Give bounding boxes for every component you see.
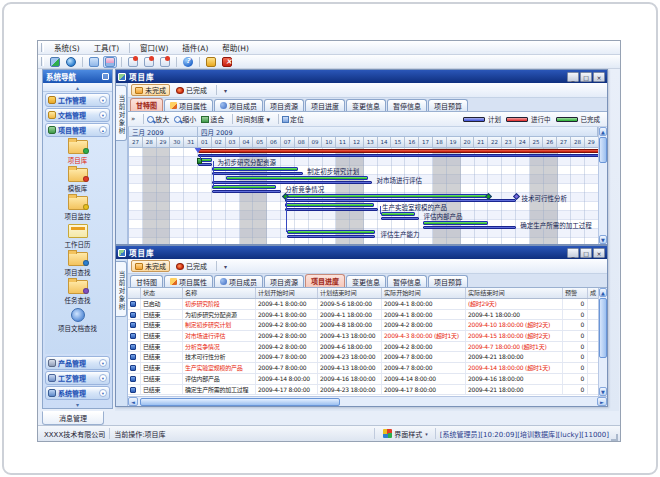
close-button[interactable]: × bbox=[593, 72, 605, 82]
group-chevron-icon[interactable]: ▾ bbox=[99, 111, 107, 119]
sidebar-item-模板库[interactable]: 模板库 bbox=[68, 168, 88, 193]
help-button[interactable] bbox=[181, 56, 195, 68]
scroll-thumb[interactable] bbox=[599, 137, 607, 163]
gantt-vscrollbar[interactable]: ▲▼ bbox=[598, 127, 607, 244]
table-row[interactable]: 已结束评估内部产品2009-4-14 8:00:002009-4-16 18:0… bbox=[128, 374, 598, 385]
group-chevron-icon[interactable]: ▾ bbox=[99, 96, 107, 104]
pin-icon[interactable] bbox=[102, 73, 109, 80]
mail-send-button[interactable] bbox=[158, 56, 172, 68]
tab-项目属性[interactable]: 项目属性 bbox=[164, 275, 213, 287]
lock-button[interactable] bbox=[204, 56, 218, 68]
time-scale-button[interactable]: 时间刻度 ▾ bbox=[236, 114, 270, 124]
sidebar-group-工作管理[interactable]: 工作管理▾ bbox=[45, 93, 110, 107]
sidebar-item-项目文档查找[interactable]: 项目文档查找 bbox=[58, 308, 97, 333]
sidebar-group-工艺管理[interactable]: 工艺管理▾ bbox=[45, 371, 110, 385]
maximize-button[interactable]: □ bbox=[580, 72, 592, 82]
toolbar-overflow-button[interactable]: » bbox=[131, 115, 135, 123]
tab-暂停信息[interactable]: 暂停信息 bbox=[387, 275, 427, 287]
filter-已完成[interactable]: 已完成 bbox=[172, 84, 211, 96]
group-chevron-icon[interactable]: ▾ bbox=[99, 389, 107, 397]
table-row[interactable]: 已结束制定初步研究计划2009-4-2 8:00:002009-4-8 18:0… bbox=[128, 320, 598, 331]
table-row[interactable]: 已结束技术可行性分析2009-4-7 8:00:002009-4-23 18:0… bbox=[128, 352, 598, 363]
menu-item-4[interactable]: 帮助(H) bbox=[215, 41, 256, 54]
scroll-left-icon[interactable]: ◄ bbox=[128, 397, 138, 406]
current-object-tree-tab[interactable]: 当前对象树 bbox=[116, 85, 127, 141]
menu-item-2[interactable]: 窗口(W) bbox=[133, 41, 175, 54]
sidebar-group-产品管理[interactable]: 产品管理▾ bbox=[45, 356, 110, 370]
scroll-down-icon[interactable]: ▼ bbox=[599, 387, 607, 396]
column-header-计划结束时间[interactable]: 计划结束时间 bbox=[318, 288, 382, 298]
menu-item-3[interactable]: 插件(A) bbox=[175, 41, 215, 54]
column-header-计划开始时间[interactable]: 计划开始时间 bbox=[256, 288, 318, 298]
scroll-thumb[interactable] bbox=[140, 398, 340, 406]
folder-open-button[interactable] bbox=[87, 56, 101, 68]
sidebar-item-项目查找[interactable]: 项目查找 bbox=[65, 252, 91, 277]
message-management-tab[interactable]: 消息管理 bbox=[42, 411, 104, 425]
column-header-预警[interactable]: 预警 bbox=[563, 288, 588, 298]
column-header-icon[interactable] bbox=[128, 288, 141, 298]
tab-变更信息[interactable]: 变更信息 bbox=[346, 99, 386, 111]
locate-button[interactable]: 定位 bbox=[282, 114, 304, 124]
tab-甘特图[interactable]: 甘特图 bbox=[130, 98, 163, 111]
style-dropdown-arrow[interactable]: ▾ bbox=[425, 431, 428, 437]
close-button[interactable]: × bbox=[593, 248, 605, 258]
exit-button[interactable] bbox=[220, 56, 234, 68]
table-row[interactable]: 已结束为初步研究分配资源2009-4-1 8:00:002009-4-1 18:… bbox=[128, 310, 598, 321]
mail-receive-button[interactable] bbox=[142, 56, 156, 68]
column-header-状态[interactable]: 状态 bbox=[141, 288, 183, 298]
group-chevron-icon[interactable]: ▾ bbox=[99, 359, 107, 367]
sidebar-item-项目库[interactable]: 项目库 bbox=[68, 140, 88, 165]
sidebar-group-系统管理[interactable]: 系统管理▾ bbox=[45, 386, 110, 400]
group-chevron-icon[interactable]: ▴ bbox=[99, 126, 107, 134]
current-object-tree-tab[interactable]: 当前对象树 bbox=[116, 261, 127, 317]
scroll-thumb[interactable] bbox=[599, 298, 607, 358]
tab-项目预算[interactable]: 项目预算 bbox=[428, 99, 468, 111]
zoom-out-button[interactable]: 缩小 bbox=[174, 114, 196, 124]
minimize-button[interactable]: _ bbox=[567, 248, 579, 258]
scroll-up-icon[interactable]: ▲ bbox=[599, 127, 607, 136]
table-row[interactable]: 已结束分析竞争情况2009-4-2 8:00:002009-4-6 18:00:… bbox=[128, 342, 598, 353]
sidebar-collapse-button[interactable]: ▴ bbox=[43, 83, 112, 92]
tab-项目预算[interactable]: 项目预算 bbox=[428, 275, 468, 287]
menu-item-1[interactable]: 工具(T) bbox=[87, 41, 126, 54]
folder-project-button[interactable] bbox=[103, 56, 117, 68]
fit-button[interactable]: 适合 bbox=[201, 114, 224, 124]
client-button[interactable] bbox=[48, 56, 62, 68]
sidebar-item-任务查找[interactable]: 任务查找 bbox=[65, 280, 91, 305]
tab-变更信息[interactable]: 变更信息 bbox=[346, 275, 386, 287]
tab-项目成员[interactable]: 项目成员 bbox=[214, 99, 263, 111]
zoom-in-button[interactable]: 放大 bbox=[147, 114, 169, 124]
tab-项目资源[interactable]: 项目资源 bbox=[264, 99, 304, 111]
table-row[interactable]: 已结束对市场进行评估2009-4-2 8:00:002009-4-13 18:0… bbox=[128, 331, 598, 342]
tab-甘特图[interactable]: 甘特图 bbox=[130, 275, 163, 287]
tab-项目属性[interactable]: 项目属性 bbox=[164, 99, 213, 111]
filter-more-button[interactable]: ▾ bbox=[224, 263, 227, 270]
minimize-button[interactable]: _ bbox=[567, 72, 579, 82]
tab-项目成员[interactable]: 项目成员 bbox=[214, 275, 263, 287]
filter-未完成[interactable]: 未完成 bbox=[131, 84, 170, 96]
scroll-right-icon[interactable]: ► bbox=[597, 397, 607, 406]
table-vscrollbar[interactable]: ▲▼ bbox=[598, 288, 607, 396]
tab-项目进度[interactable]: 项目进度 bbox=[305, 99, 345, 111]
table-row[interactable]: 已结束生产实验室规模的产品2009-4-7 8:00:002009-4-13 1… bbox=[128, 363, 598, 374]
sidebar-item-项目监控[interactable]: 项目监控 bbox=[65, 196, 91, 221]
tab-项目资源[interactable]: 项目资源 bbox=[264, 275, 304, 287]
tab-暂停信息[interactable]: 暂停信息 bbox=[387, 99, 427, 111]
column-header-实际结束时间[interactable]: 实际结束时间 bbox=[466, 288, 563, 298]
web-button[interactable] bbox=[64, 56, 78, 68]
progress-window-titlebar[interactable]: 项目库_□× bbox=[116, 246, 607, 259]
filter-未完成[interactable]: 未完成 bbox=[131, 260, 170, 272]
sidebar-overflow-button[interactable]: ▾ bbox=[43, 400, 112, 408]
interface-style-button[interactable]: 界面样式 bbox=[394, 429, 422, 439]
group-chevron-icon[interactable]: ▾ bbox=[99, 374, 107, 382]
sidebar-group-文档管理[interactable]: 文档管理▾ bbox=[45, 108, 110, 122]
mail-new-button[interactable] bbox=[126, 56, 140, 68]
filter-more-button[interactable]: ▾ bbox=[224, 87, 227, 94]
sidebar-item-工作日历[interactable]: 工作日历 bbox=[65, 224, 91, 249]
column-header-名称[interactable]: 名称 bbox=[183, 288, 256, 298]
scroll-down-icon[interactable]: ▼ bbox=[599, 235, 607, 244]
gantt-window-titlebar[interactable]: 项目库_□× bbox=[116, 70, 607, 83]
filter-已完成[interactable]: 已完成 bbox=[172, 260, 211, 272]
maximize-button[interactable]: □ bbox=[580, 248, 592, 258]
column-header-实际开始时间[interactable]: 实际开始时间 bbox=[382, 288, 466, 298]
